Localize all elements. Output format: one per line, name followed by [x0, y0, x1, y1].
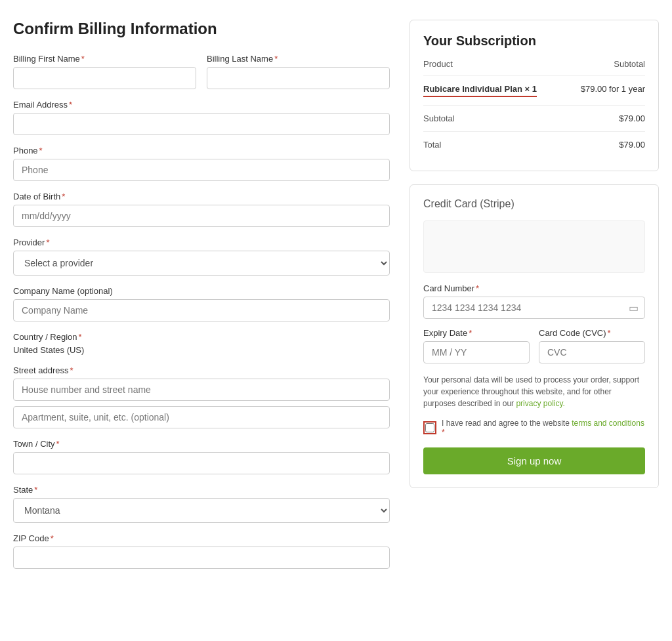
- stripe-placeholder: [423, 220, 645, 273]
- product-name: Rubicare Individual Plan × 1: [423, 84, 537, 94]
- cvc-input[interactable]: [539, 341, 645, 363]
- state-group: State* Montana: [13, 485, 390, 523]
- subscription-table: Product Subtotal Rubicare Individual Pla…: [423, 59, 645, 157]
- phone-group: Phone*: [13, 146, 390, 181]
- right-column: Your Subscription Product Subtotal Rubic…: [410, 20, 659, 579]
- signup-button[interactable]: Sign up now: [423, 447, 645, 474]
- terms-checkbox[interactable]: [425, 423, 434, 432]
- terms-checkbox-wrapper: [423, 421, 436, 434]
- left-column: Confirm Billing Information Billing Firs…: [13, 20, 390, 579]
- card-number-wrapper: ▭: [423, 297, 645, 319]
- credit-card-box: Credit Card (Stripe) Card Number* ▭ Expi…: [410, 184, 659, 488]
- email-group: Email Address*: [13, 100, 390, 135]
- provider-select[interactable]: Select a provider: [13, 251, 390, 276]
- terms-row: I have read and agree to the website ter…: [423, 419, 645, 437]
- cvc-group: Card Code (CVC)*: [539, 328, 645, 363]
- card-number-label: Card Number*: [423, 283, 645, 293]
- country-group: Country / Region* United States (US): [13, 332, 390, 355]
- terms-label: I have read and agree to the website ter…: [442, 419, 645, 437]
- state-label: State*: [13, 485, 390, 495]
- dob-group: Date of Birth*: [13, 192, 390, 227]
- street-address-label: Street address*: [13, 365, 390, 375]
- expiry-group: Expiry Date*: [423, 328, 530, 363]
- page-wrapper: Confirm Billing Information Billing Firs…: [0, 0, 672, 599]
- expiry-cvc-row: Expiry Date* Card Code (CVC)*: [423, 328, 645, 363]
- street-address-group: Street address*: [13, 365, 390, 428]
- expiry-label: Expiry Date*: [423, 328, 530, 338]
- billing-first-name-input[interactable]: [13, 67, 196, 89]
- name-row: Billing First Name* Billing Last Name*: [13, 54, 390, 89]
- product-row: Rubicare Individual Plan × 1 $79.00 for …: [423, 76, 645, 106]
- subtotal-value: $79.00: [619, 114, 645, 123]
- town-city-group: Town / City*: [13, 439, 390, 474]
- product-info: Rubicare Individual Plan × 1: [423, 84, 537, 97]
- subtotal-label: Subtotal: [423, 114, 455, 123]
- card-number-group: Card Number* ▭: [423, 283, 645, 319]
- town-city-label: Town / City*: [13, 439, 390, 449]
- billing-last-name-input[interactable]: [207, 67, 390, 89]
- total-value: $79.00: [619, 140, 645, 150]
- product-underline: [423, 96, 537, 97]
- total-label: Total: [423, 140, 441, 150]
- subscription-box: Your Subscription Product Subtotal Rubic…: [410, 20, 659, 171]
- phone-label: Phone*: [13, 146, 390, 155]
- provider-label: Provider*: [13, 238, 390, 247]
- page-title: Confirm Billing Information: [13, 20, 390, 38]
- product-price: $79.00 for 1 year: [581, 84, 645, 94]
- billing-last-name-label: Billing Last Name*: [207, 54, 390, 64]
- country-value: United States (US): [13, 345, 390, 355]
- product-column-header: Product: [423, 59, 453, 69]
- country-label: Country / Region*: [13, 332, 390, 342]
- dob-input[interactable]: [13, 205, 390, 227]
- zip-code-label: ZIP Code*: [13, 533, 390, 543]
- email-input[interactable]: [13, 113, 390, 135]
- phone-input[interactable]: [13, 159, 390, 181]
- zip-code-input[interactable]: [13, 547, 390, 569]
- company-name-group: Company Name (optional): [13, 286, 390, 321]
- street-address2-input[interactable]: [13, 406, 390, 428]
- terms-and-conditions-link[interactable]: terms and conditions: [572, 419, 644, 428]
- zip-code-group: ZIP Code*: [13, 533, 390, 569]
- total-row: Total $79.00: [423, 132, 645, 157]
- town-city-input[interactable]: [13, 452, 390, 474]
- provider-group: Provider* Select a provider: [13, 238, 390, 276]
- expiry-input[interactable]: [423, 341, 530, 363]
- privacy-policy-link[interactable]: privacy policy.: [516, 399, 564, 408]
- subscription-table-header: Product Subtotal: [423, 59, 645, 76]
- subscription-title: Your Subscription: [423, 33, 645, 49]
- street-address-input[interactable]: [13, 379, 390, 401]
- billing-first-name-group: Billing First Name*: [13, 54, 196, 89]
- state-select[interactable]: Montana: [13, 498, 390, 523]
- company-name-label: Company Name (optional): [13, 286, 390, 296]
- cvc-label: Card Code (CVC)*: [539, 328, 645, 338]
- billing-last-name-group: Billing Last Name*: [207, 54, 390, 89]
- card-icon: ▭: [629, 302, 639, 314]
- company-name-input[interactable]: [13, 299, 390, 321]
- card-number-input[interactable]: [423, 297, 645, 319]
- privacy-text: Your personal data will be used to proce…: [423, 374, 645, 409]
- email-label: Email Address*: [13, 100, 390, 110]
- subtotal-column-header: Subtotal: [614, 59, 645, 69]
- dob-label: Date of Birth*: [13, 192, 390, 201]
- subtotal-row: Subtotal $79.00: [423, 106, 645, 132]
- billing-first-name-label: Billing First Name*: [13, 54, 196, 64]
- credit-card-title: Credit Card (Stripe): [423, 198, 645, 210]
